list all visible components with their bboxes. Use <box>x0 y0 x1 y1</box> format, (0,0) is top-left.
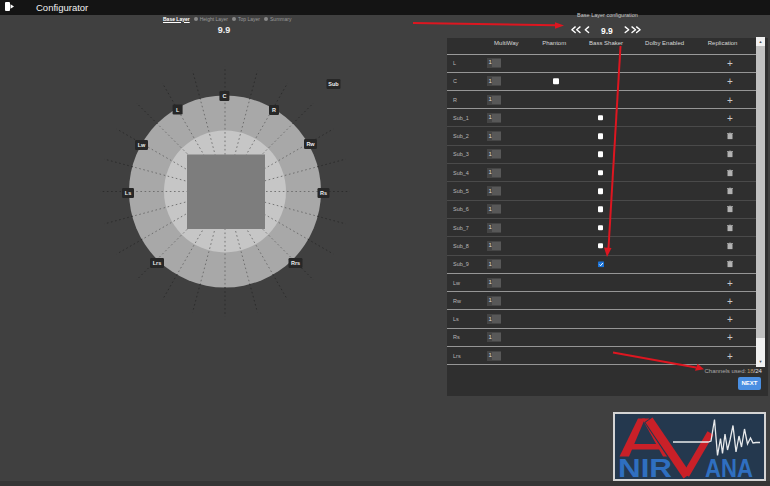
svg-text:Rrs: Rrs <box>291 260 300 266</box>
svg-text:Ls: Ls <box>125 190 131 196</box>
svg-text:ANA: ANA <box>705 454 753 480</box>
svg-text:NIR: NIR <box>618 454 672 480</box>
svg-text:Rs: Rs <box>320 190 327 196</box>
svg-text:Sub: Sub <box>328 81 339 87</box>
svg-text:Rw: Rw <box>306 141 315 147</box>
svg-text:R: R <box>272 107 276 113</box>
svg-text:Lrs: Lrs <box>153 260 162 266</box>
svg-text:C: C <box>222 93 226 99</box>
svg-text:Lw: Lw <box>138 142 146 148</box>
